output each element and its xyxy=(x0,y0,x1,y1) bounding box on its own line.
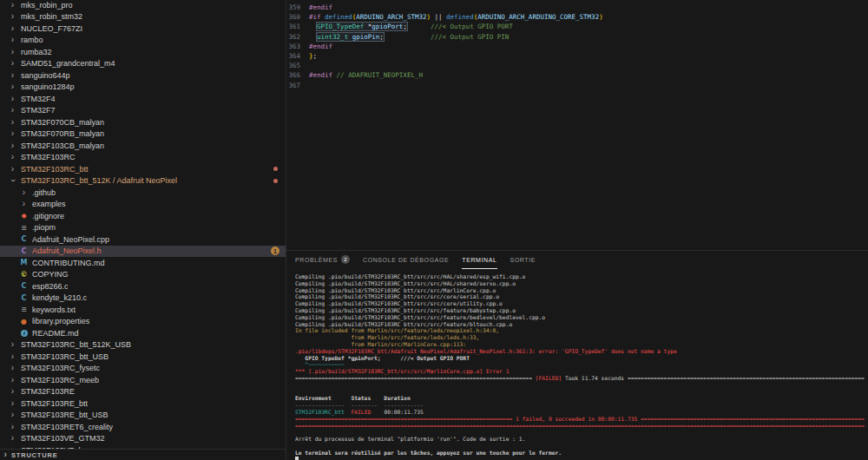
tree-item[interactable]: ≡keywords.txt xyxy=(0,304,286,316)
tree-item[interactable]: ›SAMD51_grandcentral_m4 xyxy=(0,58,286,70)
structure-section-header[interactable]: › STRUCTURE xyxy=(0,449,286,460)
tree-item[interactable]: ›STM32F070CB_malyan xyxy=(0,116,286,128)
chevron-right-icon[interactable]: › xyxy=(7,129,18,138)
chevron-right-icon[interactable]: › xyxy=(7,352,18,361)
tree-item[interactable]: ≡.piopm xyxy=(0,222,286,234)
tree-item-label: STM32F103RC_btt_512K_USB xyxy=(21,340,131,349)
chevron-right-icon[interactable]: › xyxy=(7,340,18,349)
chevron-right-icon[interactable]: › xyxy=(7,59,18,68)
chevron-right-icon[interactable]: › xyxy=(7,165,18,174)
panel-tab-terminal[interactable]: TERMINAL xyxy=(462,251,496,269)
terminal-text: Compiling .pio/build/STM32F103RC_btt/src… xyxy=(295,293,499,299)
tree-item[interactable]: ›rambo xyxy=(0,35,286,47)
tree-item[interactable]: ›sanguino644p xyxy=(0,69,286,82)
tree-item[interactable]: ›STM32F103VE_GTM32 xyxy=(0,433,286,445)
chevron-right-icon[interactable]: › xyxy=(7,1,18,10)
code-line[interactable]: 363#endif xyxy=(286,42,868,51)
tree-item[interactable]: ›STM32F070RB_malyan xyxy=(0,128,286,141)
chevron-right-icon[interactable]: › xyxy=(7,82,18,91)
chevron-right-icon[interactable]: › xyxy=(7,411,18,419)
terminal-output[interactable]: Compiling .pio/build/STM32F103RC_btt/src… xyxy=(286,269,868,460)
code-line[interactable]: 366#endif // ADAFRUIT_NEOPIXEL_H xyxy=(286,70,868,80)
panel-tab-sortie[interactable]: SORTIE xyxy=(510,251,536,269)
chevron-right-icon[interactable]: › xyxy=(18,188,30,197)
c-file-icon: C xyxy=(18,282,30,290)
tree-item[interactable]: ›STM32F103RET6_creality xyxy=(0,421,286,433)
tree-item[interactable]: ›STM32F7 xyxy=(0,105,286,117)
chevron-right-icon[interactable]: › xyxy=(0,450,11,459)
tree-item[interactable]: ›rumba32 xyxy=(0,46,286,58)
tree-item[interactable]: ©COPYING xyxy=(0,269,286,281)
chevron-right-icon[interactable]: › xyxy=(7,95,18,103)
tree-item[interactable]: MCONTRIBUTING.md xyxy=(0,257,286,269)
tree-item[interactable]: ◆.gitignore xyxy=(0,210,286,222)
chevron-right-icon[interactable]: › xyxy=(7,376,18,384)
code-line[interactable]: 367 xyxy=(286,81,868,90)
tree-item[interactable]: ›STM32F103RC xyxy=(0,152,286,164)
code-editor[interactable]: 359#endif360#if defined(ARDUINO_ARCH_STM… xyxy=(286,0,868,250)
tree-item[interactable]: CAdafruit_NeoPixel.cpp xyxy=(0,233,286,246)
tree-item-label: STM32F7 xyxy=(21,106,56,115)
code-line[interactable]: 362 uint32_t gpioPin; ///< Output GPIO P… xyxy=(286,32,868,42)
code-token: uint32_t xyxy=(317,33,348,41)
chevron-right-icon[interactable]: › xyxy=(7,71,18,80)
chevron-right-icon[interactable]: › xyxy=(7,118,18,127)
code-line[interactable]: 361 GPIO_TypeDef *gpioPort; ///< Output … xyxy=(286,22,868,31)
chevron-right-icon[interactable]: › xyxy=(7,24,18,33)
chevron-right-icon[interactable]: › xyxy=(7,141,18,150)
chevron-right-icon[interactable]: › xyxy=(7,106,18,115)
tree-item[interactable]: ›STM32F103RC_btt_USB xyxy=(0,351,286,363)
tree-item[interactable]: ›STM32F4 xyxy=(0,93,286,105)
tree-item[interactable]: ›NUCLEO_F767ZI xyxy=(0,23,286,35)
panel-tab-console-de-d-bogage[interactable]: CONSOLE DE DÉBOGAGE xyxy=(363,251,449,269)
tree-item[interactable]: ›STM32F103RC_meeb xyxy=(0,374,286,386)
tree-item-label: STM32F070CB_malyan xyxy=(21,118,104,127)
terminal-text: STM32F103RC_btt xyxy=(295,409,345,415)
code-token: defined xyxy=(325,13,352,21)
tree-item[interactable]: ›mks_robin_stm32 xyxy=(0,11,286,23)
chevron-right-icon[interactable]: › xyxy=(7,12,18,21)
tree-item[interactable]: ›mks_robin_pro xyxy=(0,0,286,11)
chevron-right-icon[interactable]: › xyxy=(7,36,18,44)
code-token: gpioPin xyxy=(352,33,380,41)
tree-item[interactable]: ›.github xyxy=(0,187,286,199)
tree-item[interactable]: Ckendyte_k210.c xyxy=(0,292,286,305)
terminal-line: GPIO_TypeDef *gpioPort; ///< Output GPIO… xyxy=(295,355,868,362)
tree-item[interactable]: CAdafruit_NeoPixel.h1 xyxy=(0,246,286,258)
terminal-line: Compiling .pio/build/STM32F103RC_btt/src… xyxy=(295,321,868,328)
tree-item[interactable]: ›sanguino1284p xyxy=(0,82,286,94)
tree-item[interactable]: ›STM32F103RC_btt_512K_USB xyxy=(0,339,286,352)
code-token: ///< Output GPIO PORT xyxy=(431,23,513,30)
tree-item[interactable]: ›STM32F103RE_btt_USB xyxy=(0,410,286,422)
readme-file-icon: i xyxy=(18,329,30,337)
line-number: 360 xyxy=(286,13,309,21)
tree-item[interactable]: ›STM32F103CB_malyan xyxy=(0,140,286,152)
chevron-right-icon[interactable]: › xyxy=(18,200,30,208)
code-line[interactable]: 359#endif xyxy=(286,3,868,12)
chevron-right-icon[interactable]: › xyxy=(7,387,18,396)
chevron-right-icon[interactable]: › xyxy=(7,434,18,443)
tree-item[interactable]: ›examples xyxy=(0,199,286,211)
panel-tab-probl-mes[interactable]: PROBLÈMES2 xyxy=(295,251,350,269)
tree-item[interactable]: ›STM32F103RE_btt xyxy=(0,398,286,410)
code-line[interactable]: 364}; xyxy=(286,51,868,61)
tree-item[interactable]: Cesp8266.c xyxy=(0,280,286,292)
terminal-cursor xyxy=(295,457,299,460)
code-line[interactable]: 365 xyxy=(286,61,868,70)
tree-item[interactable]: ›STM32F103RC_btt xyxy=(0,163,286,175)
tree-item[interactable]: iREADME.md xyxy=(0,327,286,339)
chevron-right-icon[interactable]: › xyxy=(7,423,18,431)
tree-item[interactable]: ›STM32F103RC_btt_512K / Adafruit NeoPixe… xyxy=(0,175,286,187)
chevron-down-icon[interactable]: › xyxy=(9,175,17,187)
code-token xyxy=(309,33,317,41)
chevron-right-icon[interactable]: › xyxy=(7,364,18,372)
chevron-right-icon[interactable]: › xyxy=(7,48,18,56)
tree-item[interactable]: ›STM32F103RE xyxy=(0,386,286,398)
chevron-right-icon[interactable]: › xyxy=(7,153,18,161)
bottom-panel: PROBLÈMES2CONSOLE DE DÉBOGAGETERMINALSOR… xyxy=(286,250,868,460)
code-line[interactable]: 360#if defined(ARDUINO_ARCH_STM32) || de… xyxy=(286,12,868,22)
chevron-right-icon[interactable]: › xyxy=(7,399,18,408)
tree-item[interactable]: ●library.properties xyxy=(0,316,286,328)
vscode-window: ›mks_robin_pro›mks_robin_stm32›NUCLEO_F7… xyxy=(0,0,868,460)
tree-item[interactable]: ›STM32F103RC_fysetc xyxy=(0,363,286,375)
